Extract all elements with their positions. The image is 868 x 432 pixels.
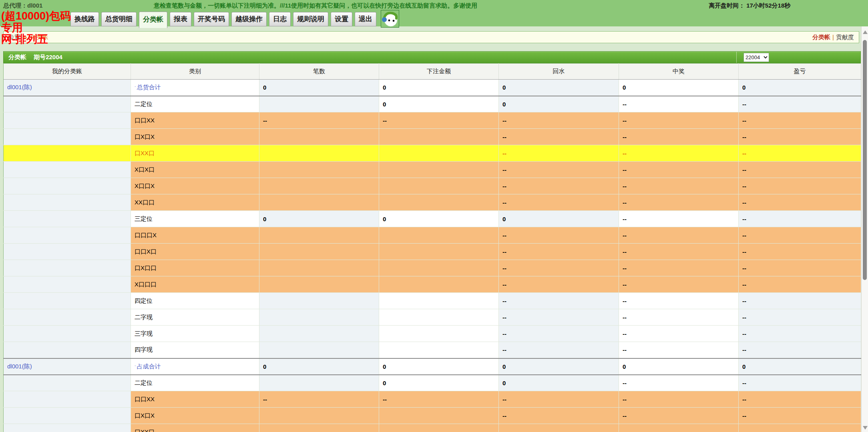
category-link[interactable]: 总货合计 <box>137 84 161 90</box>
bet-count-cell <box>259 424 379 432</box>
winnings-cell: -- <box>619 424 739 432</box>
bet-count-cell <box>259 375 379 391</box>
tab-rules[interactable]: 规则说明 <box>293 12 328 26</box>
customer-service-icon[interactable] <box>381 10 399 28</box>
scroll-down-arrow[interactable] <box>863 426 868 430</box>
bet-amount-cell <box>379 178 499 194</box>
category-cell: -总货合计 <box>131 80 259 96</box>
bet-count-cell <box>259 276 379 293</box>
owner-cell <box>4 145 131 162</box>
category-label: 口X口口 <box>135 264 157 271</box>
tab-log[interactable]: 日志 <box>269 12 291 26</box>
category-cell: X口口口 <box>131 276 259 293</box>
category-label: 三定位 <box>135 215 153 222</box>
category-label: 口口X口 <box>135 248 157 255</box>
table-row: 口口XX---------- <box>4 112 861 129</box>
profit-loss-cell: -- <box>739 244 861 260</box>
bet-count-cell: 0 <box>259 358 379 375</box>
owner-link[interactable]: dl001(陈) <box>7 363 32 370</box>
table-header-row: 我的分类账 类别 笔数 下注金额 回水 中奖 盈亏 <box>4 64 861 80</box>
winnings-cell: -- <box>619 391 739 408</box>
col-header-winnings: 中奖 <box>619 64 739 80</box>
bet-amount-cell: 0 <box>379 96 499 112</box>
table-row: X口口X------ <box>4 178 861 194</box>
scrollbar-thumb[interactable] <box>863 40 867 280</box>
contribution-link[interactable]: 贡献度 <box>836 34 854 40</box>
winnings-cell: -- <box>619 244 739 260</box>
owner-cell: dl001(陈) <box>4 358 131 375</box>
profit-loss-cell: -- <box>739 424 861 432</box>
category-label: 二定位 <box>135 100 153 107</box>
bet-amount-cell: 0 <box>379 211 499 227</box>
tab-report[interactable]: 报表 <box>170 12 191 26</box>
owner-cell <box>4 194 131 211</box>
col-header-rebate: 回水 <box>499 64 619 80</box>
category-cell: 四定位 <box>131 293 259 309</box>
category-cell: 口X口口 <box>131 260 259 276</box>
bet-amount-cell <box>379 194 499 211</box>
scroll-up-arrow[interactable] <box>863 30 868 34</box>
table-row: X口口口------ <box>4 276 861 293</box>
rebate-cell: -- <box>499 178 619 194</box>
winnings-cell: -- <box>619 276 739 293</box>
bet-amount-cell <box>379 227 499 244</box>
tab-logout[interactable]: 退出 <box>355 12 376 26</box>
col-header-bet-count: 笔数 <box>259 64 379 80</box>
category-cell: X口X口 <box>131 162 259 178</box>
winnings-cell: -- <box>619 342 739 358</box>
category-label: 口口XX <box>135 396 155 402</box>
tab-ledger[interactable]: 分类帐 <box>139 12 167 28</box>
category-cell: XX口口 <box>131 194 259 211</box>
bet-amount-cell <box>379 162 499 178</box>
tab-draw-numbers[interactable]: 开奖号码 <box>194 12 229 26</box>
tab-bar: 换线路总货明细分类帐报表开奖号码越级操作日志规则说明设置退出 <box>70 12 399 26</box>
category-link[interactable]: 占成合计 <box>137 363 161 370</box>
profit-loss-cell: -- <box>739 375 861 391</box>
bet-count-cell: -- <box>259 391 379 408</box>
bet-amount-cell <box>379 342 499 358</box>
agent-label: 总代理：dl001 <box>3 2 42 10</box>
bet-amount-cell <box>379 309 499 326</box>
category-label: 四字现 <box>135 346 153 353</box>
rebate-cell: -- <box>499 293 619 309</box>
tab-change-line[interactable]: 换线路 <box>70 12 99 26</box>
rebate-cell: 0 <box>499 96 619 112</box>
table-row: dl001(陈)-占成合计00000 <box>4 358 861 375</box>
ledger-link[interactable]: 分类帐 <box>812 34 830 40</box>
winnings-cell: -- <box>619 112 739 129</box>
tab-super-ops[interactable]: 越级操作 <box>231 12 267 26</box>
rebate-cell: 0 <box>499 375 619 391</box>
notice-marquee: 意检查笔数与金额，一切账单以下注明细为准。///11使用时如有其它疑问，也可以在… <box>154 2 477 10</box>
profit-loss-cell: -- <box>739 408 861 424</box>
rebate-cell: -- <box>499 276 619 293</box>
tab-total-goods-detail[interactable]: 总货明细 <box>101 12 137 26</box>
rebate-cell: -- <box>499 244 619 260</box>
category-label: 口X口X <box>135 412 155 419</box>
scrollbar[interactable] <box>861 26 868 432</box>
tab-settings[interactable]: 设置 <box>331 12 352 26</box>
table-row: 口XX口------ <box>4 424 861 432</box>
profit-loss-cell: -- <box>739 326 861 342</box>
bet-count-cell <box>259 342 379 358</box>
owner-cell <box>4 391 131 408</box>
site-promo-line2: 网-排列五 <box>1 34 71 45</box>
category-label: 口XX口 <box>135 150 155 156</box>
bet-amount-cell <box>379 260 499 276</box>
bet-count-cell <box>259 194 379 211</box>
category-label: 三字现 <box>135 330 153 337</box>
table-row: 三定位000---- <box>4 211 861 227</box>
profit-loss-cell: -- <box>739 391 861 408</box>
owner-link[interactable]: dl001(陈) <box>7 84 32 90</box>
bet-amount-cell <box>379 326 499 342</box>
rebate-cell: -- <box>499 309 619 326</box>
category-label: X口X口 <box>135 166 155 173</box>
category-cell: 三字现 <box>131 326 259 342</box>
period-select[interactable]: 22004 <box>743 53 769 62</box>
category-label: X口口口 <box>135 281 157 288</box>
rebate-cell: -- <box>499 260 619 276</box>
profit-loss-cell: -- <box>739 178 861 194</box>
collapse-indicator: - <box>135 84 136 88</box>
bet-count-cell <box>259 408 379 424</box>
winnings-cell: 0 <box>619 358 739 375</box>
rebate-cell: -- <box>499 408 619 424</box>
